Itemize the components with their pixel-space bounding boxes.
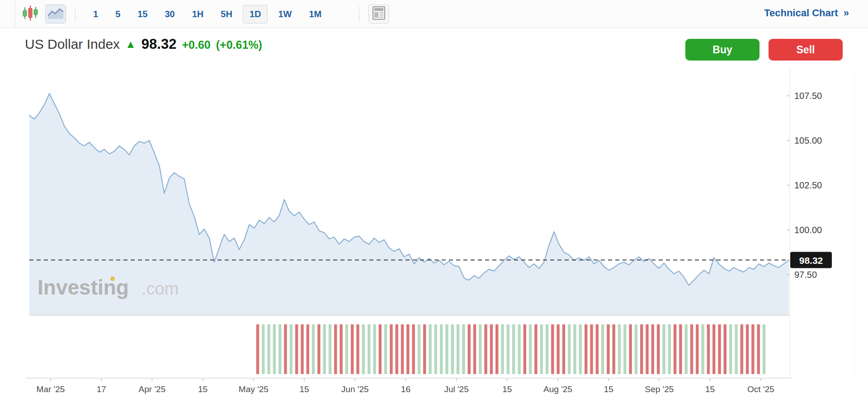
news-overlay-button[interactable] — [368, 5, 389, 23]
svg-text:15: 15 — [502, 384, 512, 394]
svg-text:.com: .com — [142, 279, 179, 298]
buy-button[interactable]: Buy — [685, 39, 760, 61]
timeframe-button-1h[interactable]: 1H — [185, 5, 211, 23]
instrument-title: US Dollar Index — [25, 37, 120, 52]
price-change-percent: (+0.61%) — [216, 38, 262, 52]
technical-chart-label: Technical Chart — [764, 7, 838, 19]
svg-text:107.50: 107.50 — [794, 91, 822, 101]
toolbar-divider — [75, 6, 75, 22]
svg-text:Jun '25: Jun '25 — [341, 384, 369, 394]
double-chevron-right-icon: » — [844, 7, 849, 19]
toolbar-left-border — [15, 0, 15, 28]
area-chart-button[interactable] — [45, 5, 66, 23]
chart-toolbar: 1515301H5H1D1W1M Technical Chart » — [0, 0, 868, 28]
timeframe-selector: 1515301H5H1D1W1M — [85, 5, 330, 23]
svg-text:17: 17 — [97, 384, 106, 394]
svg-text:Mar '25: Mar '25 — [37, 384, 65, 394]
svg-text:Jul '25: Jul '25 — [444, 384, 468, 394]
timeframe-button-1m[interactable]: 1M — [302, 5, 328, 23]
timeframe-button-5[interactable]: 5 — [108, 5, 127, 23]
timeframe-button-1d[interactable]: 1D — [243, 5, 268, 23]
svg-text:100.00: 100.00 — [794, 225, 822, 235]
svg-text:102.50: 102.50 — [794, 180, 822, 190]
candlestick-chart-button[interactable] — [20, 5, 41, 23]
news-page-icon — [372, 6, 386, 22]
svg-text:Aug '25: Aug '25 — [543, 384, 572, 394]
instrument-header: US Dollar Index ▲ 98.32 +0.60 (+0.61%) B… — [0, 28, 868, 63]
svg-text:15: 15 — [198, 384, 208, 394]
candlestick-icon — [22, 4, 39, 24]
svg-text:May '25: May '25 — [239, 384, 269, 394]
timeframe-button-30[interactable]: 30 — [158, 5, 182, 23]
svg-text:Oct '25: Oct '25 — [747, 384, 774, 394]
timeframe-button-15[interactable]: 15 — [131, 5, 154, 23]
svg-text:Apr '25: Apr '25 — [139, 384, 166, 394]
area-chart-icon — [47, 6, 65, 22]
svg-text:15: 15 — [604, 384, 613, 394]
up-arrow-icon: ▲ — [125, 38, 136, 51]
svg-text:97.50: 97.50 — [794, 270, 817, 280]
price-chart-svg: Investing.comMar '2517Apr '2515May '2515… — [16, 63, 868, 398]
last-price: 98.32 — [142, 36, 177, 52]
timeframe-button-5h[interactable]: 5H — [214, 5, 239, 23]
svg-text:15: 15 — [705, 384, 715, 394]
price-chart-canvas[interactable]: Investing.comMar '2517Apr '2515May '2515… — [16, 63, 868, 398]
sell-button[interactable]: Sell — [769, 39, 843, 61]
svg-text:105.00: 105.00 — [794, 136, 822, 145]
price-change: +0.60 — [182, 38, 210, 52]
svg-text:16: 16 — [401, 384, 410, 394]
svg-text:Sep '25: Sep '25 — [645, 384, 674, 394]
technical-chart-link[interactable]: Technical Chart » — [764, 7, 849, 19]
svg-text:Investing: Investing — [38, 276, 129, 299]
timeframe-button-1w[interactable]: 1W — [271, 5, 298, 23]
svg-text:15: 15 — [299, 384, 309, 394]
toolbar-divider-2 — [359, 6, 359, 22]
timeframe-button-1[interactable]: 1 — [86, 5, 105, 23]
svg-text:98.32: 98.32 — [799, 255, 823, 266]
